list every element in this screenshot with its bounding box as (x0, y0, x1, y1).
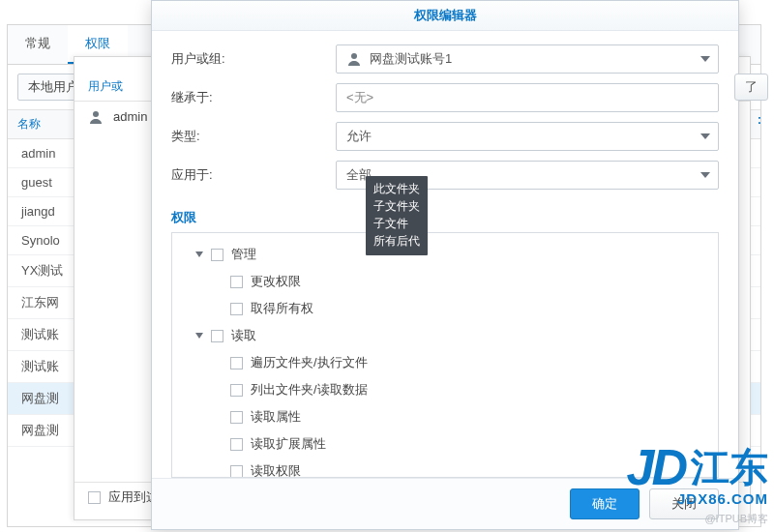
apply-subfolders-checkbox[interactable] (88, 491, 101, 504)
tree-item-traverse[interactable]: 遍历文件夹/执行文件 (186, 349, 714, 376)
bg-right-button[interactable]: 了 (734, 74, 768, 101)
tree-label: 取得所有权 (251, 300, 313, 317)
tooltip-line[interactable]: 子文件 (373, 215, 420, 232)
checkbox[interactable] (230, 465, 243, 478)
tab-general[interactable]: 常规 (8, 25, 68, 64)
checkbox[interactable] (230, 411, 243, 424)
chevron-down-icon[interactable] (195, 251, 203, 257)
chevron-down-icon (700, 133, 710, 139)
watermark-jd: JD (627, 445, 685, 490)
mid-col-user: 用户或 (88, 78, 123, 95)
tooltip-line[interactable]: 子文件夹 (373, 197, 420, 215)
label-inherit-from: 继承于: (171, 89, 336, 106)
tree-label: 读取 (231, 327, 256, 344)
tree-item-list[interactable]: 列出文件夹/读取数据 (186, 376, 714, 403)
tree-item-read-attr[interactable]: 读取属性 (186, 403, 714, 430)
chevron-down-icon (700, 172, 710, 178)
checkbox[interactable] (230, 384, 243, 397)
type-select[interactable]: 允许 (336, 122, 719, 151)
svg-point-1 (351, 53, 357, 59)
tree-item-change-perm[interactable]: 更改权限 (186, 268, 714, 295)
tree-label: 遍历文件夹/执行文件 (251, 354, 368, 371)
dialog-body: 用户或组: 网盘测试账号1 继承于: <无> 类型: 允许 (152, 31, 738, 207)
tree-label: 读取扩展属性 (251, 435, 326, 453)
tree-group-read[interactable]: 读取 (186, 322, 714, 349)
watermark-logo: JD 江东 JDX86.COM (627, 441, 768, 507)
inherit-from-value: <无> (346, 89, 373, 106)
user-icon (88, 110, 104, 124)
mid-user-name: admin (113, 109, 147, 124)
user-icon (346, 52, 362, 66)
label-user-or-group: 用户或组: (171, 50, 336, 68)
dialog-title: 权限编辑器 (152, 1, 738, 31)
checkbox[interactable] (230, 438, 243, 451)
checkbox[interactable] (230, 357, 243, 369)
apply-to-dropdown-tooltip[interactable]: 此文件夹 子文件夹 子文件 所有后代 (366, 176, 428, 255)
type-value: 允许 (346, 128, 372, 145)
bg-right-dots: : (758, 112, 762, 127)
inherit-from-field[interactable]: <无> (336, 83, 719, 112)
chevron-down-icon[interactable] (195, 333, 203, 339)
label-apply-to: 应用于: (171, 166, 336, 184)
label-type: 类型: (171, 128, 336, 145)
watermark-cn: 江东 (691, 441, 768, 494)
tree-item-take-ownership[interactable]: 取得所有权 (186, 295, 714, 322)
tree-group-manage[interactable]: 管理 (186, 241, 714, 268)
tree-label: 读取属性 (251, 408, 301, 426)
user-or-group-select[interactable]: 网盘测试账号1 (336, 44, 719, 74)
tree-label: 读取权限 (251, 462, 301, 478)
tooltip-line[interactable]: 所有后代 (373, 232, 420, 250)
user-or-group-value: 网盘测试账号1 (370, 50, 452, 68)
tree-label: 列出文件夹/读取数据 (251, 381, 368, 399)
tree-label: 管理 (231, 246, 256, 263)
checkbox[interactable] (230, 276, 243, 288)
permissions-section-title: 权限 (152, 207, 738, 232)
chevron-down-icon (700, 56, 710, 62)
tooltip-line[interactable]: 此文件夹 (373, 180, 420, 197)
tree-label: 更改权限 (251, 273, 301, 290)
credit-text: @ITPUB博客 (704, 512, 768, 526)
checkbox[interactable] (230, 303, 243, 315)
checkbox-read[interactable] (211, 330, 223, 342)
watermark-url: JDX86.COM (677, 490, 768, 507)
checkbox-manage[interactable] (211, 249, 223, 261)
svg-point-0 (93, 111, 99, 117)
